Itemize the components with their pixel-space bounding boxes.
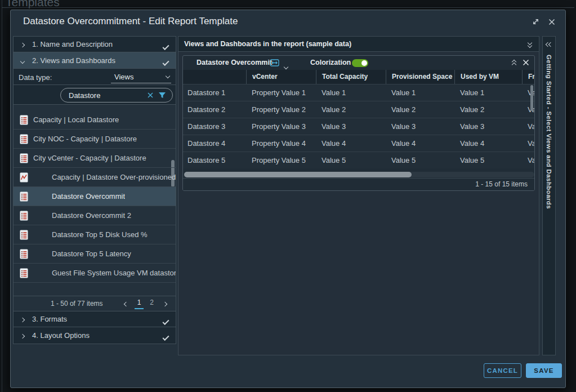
- table-cell: Property Value 4: [246, 135, 316, 152]
- report-list-icon: [20, 211, 28, 221]
- column-header[interactable]: Free: [522, 70, 535, 84]
- step-label: 2. Views and Dashboards: [32, 56, 115, 65]
- preview-panel-title: Views and Dashboards in the report (samp…: [184, 40, 351, 48]
- previous-page-icon[interactable]: [122, 300, 130, 308]
- table-cell: Datastore 5: [183, 152, 246, 168]
- step-formats[interactable]: 3. Formats: [13, 311, 176, 327]
- search-row: [13, 84, 176, 105]
- table-cell: Value 3: [386, 118, 454, 135]
- table-cell: Value 5: [316, 152, 386, 168]
- data-type-row: Data type: Views: [13, 68, 176, 85]
- table-cell: Property Value 1: [246, 84, 316, 101]
- datastore-overcommit-widget: Datastore Overcommit Colorization: [182, 55, 535, 191]
- colorization-label: Colorization: [310, 59, 351, 66]
- table-cell: Datastore 2: [183, 101, 246, 118]
- close-dialog-icon[interactable]: [548, 19, 555, 25]
- table-row[interactable]: Datastore 3Property Value 3Value 3Value …: [183, 118, 535, 135]
- cancel-button[interactable]: CANCEL: [484, 363, 521, 378]
- table-cell: Value 4: [454, 135, 522, 152]
- expand-dialog-icon[interactable]: [532, 18, 539, 25]
- save-button[interactable]: SAVE: [526, 363, 562, 378]
- table-cell: Datastore 4: [183, 135, 246, 152]
- column-header[interactable]: Used by VM: [454, 70, 522, 84]
- data-type-select[interactable]: Views: [111, 70, 171, 83]
- table-cell: Datastore 3: [183, 118, 246, 135]
- report-preview-panel: Views and Dashboards in the report (samp…: [178, 36, 539, 355]
- table-row[interactable]: Datastore 4Property Value 4Value 4Value …: [183, 135, 535, 152]
- step-name-and-description[interactable]: 1. Name and Description: [13, 36, 176, 52]
- widget-header: Datastore Overcommit Colorization: [183, 56, 534, 70]
- chevron-down-icon: [20, 59, 25, 63]
- step-layout-options[interactable]: 4. Layout Options: [13, 327, 176, 344]
- table-row[interactable]: Datastore 1Property Value 1Value 1Value …: [183, 84, 535, 101]
- list-item-label: Datastore Overcommit 2: [52, 211, 131, 220]
- list-item[interactable]: City NOC - Capacity | Datastore: [14, 130, 176, 149]
- table-cell: Value 1: [386, 84, 454, 101]
- chevron-right-icon: [20, 334, 25, 338]
- list-item[interactable]: Datastore Overcommit: [14, 187, 176, 206]
- table-horizontal-scrollbar-track: [184, 172, 534, 177]
- list-item[interactable]: Datastore Top 5 Disk Used %: [14, 225, 176, 244]
- list-item[interactable]: Datastore Overcommit 2: [14, 206, 176, 225]
- step-completed-check-icon: [162, 43, 169, 50]
- page-number[interactable]: 2: [147, 298, 157, 309]
- chevron-down-icon: [166, 74, 170, 78]
- list-item[interactable]: Datastore Top 5 Latency: [14, 244, 176, 264]
- search-input[interactable]: [69, 89, 142, 101]
- table-cell: Va: [522, 118, 535, 135]
- page-number[interactable]: 1: [135, 298, 144, 309]
- expand-rail-icon[interactable]: [546, 42, 553, 48]
- table-header-row: vCenterTotal CapacityProvisioned SpaceUs…: [183, 70, 535, 84]
- list-item[interactable]: City vCenter - Capacity | Datastore: [14, 149, 176, 168]
- getting-started-rail[interactable]: Getting Started - Select Views and Dashb…: [542, 36, 556, 355]
- data-type-selected-value: Views: [114, 73, 133, 81]
- clear-search-icon[interactable]: [147, 92, 154, 99]
- list-item[interactable]: Guest File System Usage VM datastore Re: [14, 264, 176, 283]
- table-cell: Va: [522, 135, 535, 152]
- table-items-count: 1 - 15 of 15 items: [183, 178, 534, 190]
- list-item-label: Datastore Top 5 Latency: [52, 250, 131, 258]
- colorization-toggle[interactable]: [352, 59, 368, 67]
- table-cell: Value 3: [316, 118, 386, 135]
- table-cell: Value 4: [386, 135, 454, 152]
- list-item[interactable]: Capacity | Local Datastore: [14, 110, 176, 130]
- table-cell: Value 3: [454, 118, 522, 135]
- collapse-panel-icon[interactable]: [527, 41, 533, 48]
- background-panel-edge: [2, 0, 2, 392]
- list-item[interactable]: Capacity | Datastore Over-provisioned: [14, 168, 176, 187]
- step-views-and-dashboards[interactable]: 2. Views and Dashboards: [13, 52, 176, 69]
- step-label: 3. Formats: [32, 315, 67, 323]
- table-row[interactable]: Datastore 5Property Value 5Value 5Value …: [183, 152, 535, 168]
- column-header[interactable]: [183, 70, 246, 84]
- next-page-icon[interactable]: [161, 300, 169, 308]
- step-label: 1. Name and Description: [32, 40, 113, 48]
- table-cell: Value 2: [386, 101, 454, 118]
- column-header[interactable]: Provisioned Space: [386, 70, 454, 84]
- table-cell: Datastore 1: [183, 84, 246, 101]
- edit-report-template-dialog: Datastore Overcommitment - Edit Report T…: [10, 10, 566, 388]
- table-horizontal-scrollbar[interactable]: [184, 172, 412, 177]
- step-completed-check-icon: [162, 318, 169, 325]
- wizard-steps-panel: 1. Name and Description 2. Views and Das…: [13, 36, 176, 348]
- background-panel-border: [2, 7, 574, 8]
- column-header[interactable]: Total Capacity: [316, 70, 386, 84]
- report-list-icon: [20, 115, 28, 125]
- view-type-icon[interactable]: [270, 59, 279, 66]
- table-cell: Value 1: [316, 84, 386, 101]
- table-vertical-scrollbar[interactable]: [530, 85, 533, 111]
- table-row[interactable]: Datastore 2Property Value 2Value 2Value …: [183, 101, 535, 118]
- pagination-range-text: 1 - 50 of 77 items: [51, 300, 103, 308]
- collapse-widget-icon[interactable]: [511, 59, 517, 66]
- report-list-icon: [20, 153, 28, 163]
- list-item-label: Datastore Overcommit: [52, 192, 125, 201]
- background-page-title: Templates: [6, 0, 60, 9]
- views-list: Capacity | Local DatastoreCity NOC - Cap…: [13, 105, 176, 296]
- remove-widget-icon[interactable]: [523, 59, 529, 66]
- report-list-icon: [20, 268, 28, 278]
- filter-icon[interactable]: [158, 91, 166, 99]
- report-list-icon: [20, 230, 28, 240]
- getting-started-label: Getting Started - Select Views and Dashb…: [546, 55, 552, 209]
- list-item-label: City vCenter - Capacity | Datastore: [33, 154, 146, 162]
- dialog-titlebar: Datastore Overcommitment - Edit Report T…: [11, 10, 565, 34]
- column-header[interactable]: vCenter: [246, 70, 316, 84]
